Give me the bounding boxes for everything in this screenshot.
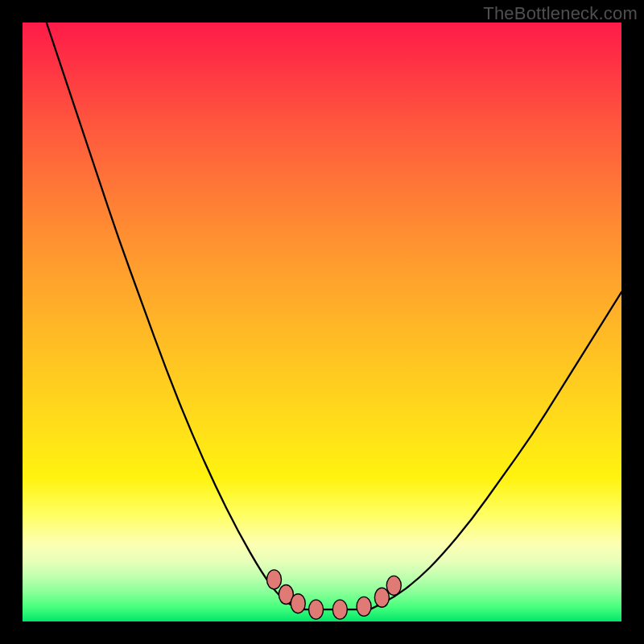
curve-marker — [309, 600, 324, 619]
curve-marker — [386, 576, 401, 595]
marker-group — [266, 570, 401, 619]
curve-marker — [357, 597, 371, 616]
curve-marker — [291, 594, 305, 613]
plot-area — [23, 23, 621, 621]
watermark-text: TheBottleneck.com — [483, 3, 638, 24]
bottleneck-curve — [23, 23, 621, 621]
curve-marker — [332, 600, 347, 619]
curve-marker — [374, 588, 389, 607]
outer-frame: TheBottleneck.com — [0, 0, 644, 644]
curve-path — [47, 23, 621, 609]
curve-marker — [266, 570, 281, 589]
